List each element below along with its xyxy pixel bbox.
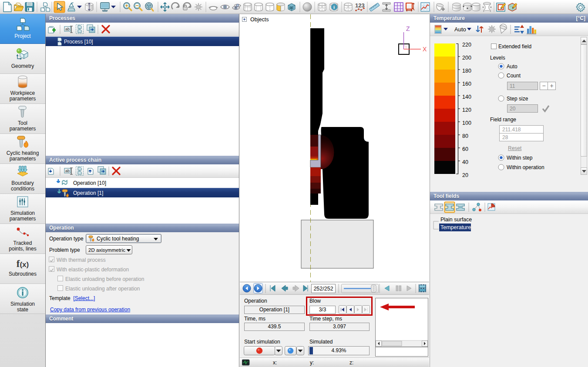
- svg-text:3D: 3D: [289, 6, 293, 10]
- svg-text:i: i: [333, 4, 335, 10]
- svg-text:20: 20: [462, 172, 468, 178]
- svg-text:40: 40: [462, 159, 468, 165]
- svg-text:252/252: 252/252: [313, 286, 333, 292]
- svg-text:120: 120: [462, 107, 471, 113]
- svg-text:X: X: [423, 46, 427, 53]
- svg-text:60: 60: [462, 146, 468, 152]
- svg-text:Z: Z: [406, 25, 410, 32]
- svg-text:Y: Y: [404, 44, 408, 50]
- svg-text:100: 100: [462, 120, 471, 126]
- svg-text:Objects: Objects: [250, 17, 269, 23]
- svg-text:180: 180: [462, 68, 471, 74]
- svg-text:ab: ab: [65, 169, 70, 173]
- svg-text:80: 80: [462, 133, 468, 139]
- svg-text:ab: ab: [65, 27, 70, 31]
- svg-text:200: 200: [462, 55, 471, 61]
- svg-text:Auto: Auto: [454, 26, 466, 33]
- svg-text:140: 140: [462, 94, 471, 100]
- svg-text:123: 123: [355, 2, 365, 9]
- svg-text:220: 220: [462, 42, 471, 48]
- svg-text:160: 160: [462, 81, 471, 87]
